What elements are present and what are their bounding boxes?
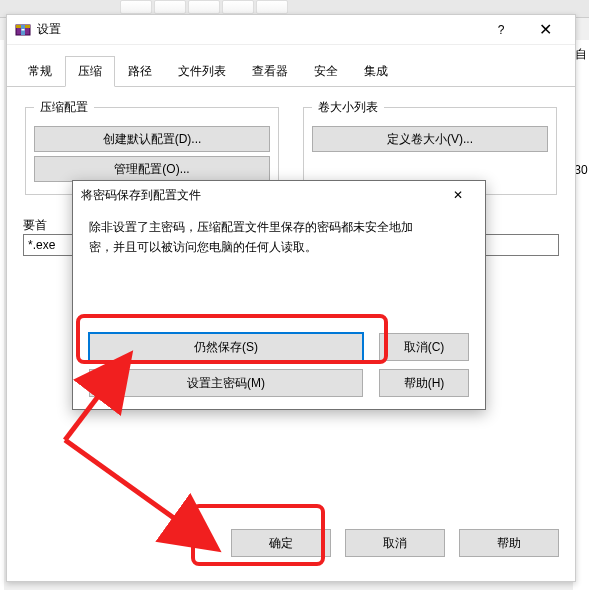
settings-titlebar: 设置 ? ✕	[7, 15, 575, 45]
inner-dialog-title: 将密码保存到配置文件	[81, 187, 439, 204]
group-volume-legend: 卷大小列表	[312, 99, 384, 116]
tab-compression[interactable]: 压缩	[65, 56, 115, 87]
tab-general[interactable]: 常规	[15, 56, 65, 87]
close-icon: ✕	[453, 188, 463, 202]
winrar-icon	[15, 22, 31, 38]
settings-footer: 确定 取消 帮助	[7, 519, 575, 581]
inner-titlebar: 将密码保存到配置文件 ✕	[73, 181, 485, 209]
tab-filelist[interactable]: 文件列表	[165, 56, 239, 87]
settings-tabs: 常规 压缩 路径 文件列表 查看器 安全 集成	[7, 45, 575, 87]
settings-cancel-button[interactable]: 取消	[345, 529, 445, 557]
set-master-password-button[interactable]: 设置主密码(M)	[89, 369, 363, 397]
tab-viewer[interactable]: 查看器	[239, 56, 301, 87]
inner-close-button[interactable]: ✕	[439, 181, 477, 209]
inner-help-button[interactable]: 帮助(H)	[379, 369, 469, 397]
define-volume-size-button[interactable]: 定义卷大小(V)...	[312, 126, 548, 152]
tab-integration[interactable]: 集成	[351, 56, 401, 87]
background-left-edge	[0, 40, 4, 590]
settings-close-button[interactable]: ✕	[523, 15, 567, 45]
still-save-button[interactable]: 仍然保存(S)	[89, 333, 363, 361]
create-default-profile-button[interactable]: 创建默认配置(D)...	[34, 126, 270, 152]
settings-help-button-footer[interactable]: 帮助	[459, 529, 559, 557]
inner-cancel-button[interactable]: 取消(C)	[379, 333, 469, 361]
settings-title: 设置	[37, 21, 479, 38]
save-password-dialog: 将密码保存到配置文件 ✕ 除非设置了主密码，压缩配置文件里保存的密码都未安全地加…	[72, 180, 486, 410]
manage-profiles-button[interactable]: 管理配置(O)...	[34, 156, 270, 182]
svg-rect-3	[22, 29, 25, 31]
settings-help-button[interactable]: ?	[479, 15, 523, 45]
help-icon: ?	[498, 23, 505, 37]
group-compression-legend: 压缩配置	[34, 99, 94, 116]
tab-paths[interactable]: 路径	[115, 56, 165, 87]
settings-ok-button[interactable]: 确定	[231, 529, 331, 557]
inner-message: 除非设置了主密码，压缩配置文件里保存的密码都未安全地加 密，并且可以被访问您电脑…	[89, 217, 469, 258]
close-icon: ✕	[539, 22, 552, 38]
tab-security[interactable]: 安全	[301, 56, 351, 87]
